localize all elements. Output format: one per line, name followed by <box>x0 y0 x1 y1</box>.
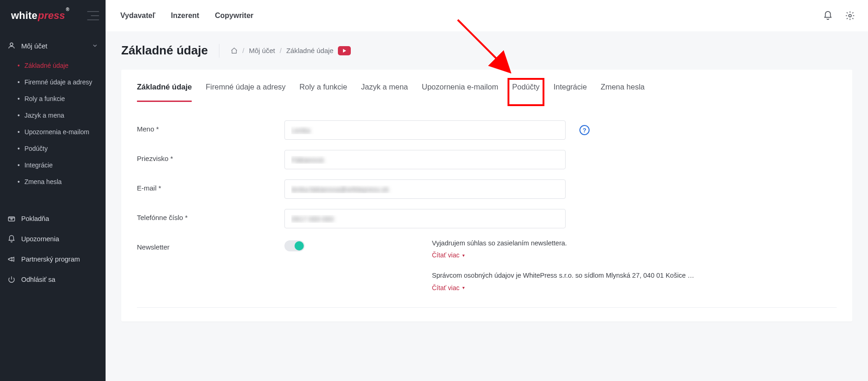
sidebar-item-account[interactable]: Môj účet <box>0 36 106 55</box>
sidebar-secondary: Pokladňa Upozornenia Partnerský program … <box>0 208 106 290</box>
content-tabs: Základné údaje Firemné údaje a adresy Ro… <box>121 70 852 102</box>
tab-password[interactable]: Zmena hesla <box>601 83 644 101</box>
sidebar-sub-password[interactable]: •Zmena hesla <box>0 173 106 190</box>
sidebar-secondary-label: Partnerský program <box>21 256 80 263</box>
main: Vydavateľ Inzerent Copywriter Základné ú… <box>106 0 868 381</box>
sidebar-sub-notifications[interactable]: •Upozornenia e-mailom <box>0 124 106 140</box>
brand-reg: ® <box>66 7 69 12</box>
wallet-icon <box>7 214 16 223</box>
input-email[interactable] <box>284 179 566 199</box>
top-tab-publisher[interactable]: Vydavateľ <box>120 12 155 20</box>
top-tab-advertiser[interactable]: Inzerent <box>171 12 199 20</box>
sidebar-account-label: Môj účet <box>21 42 47 50</box>
label-name: Meno * <box>137 120 284 133</box>
sidebar-sub-label: Zmena hesla <box>24 178 62 185</box>
row-email: E-mail * <box>137 179 837 199</box>
sidebar-primary: Môj účet •Základné údaje •Firemné údaje … <box>0 31 106 199</box>
user-icon <box>7 42 16 50</box>
label-newsletter: Newsletter <box>137 238 284 251</box>
sidebar-logout[interactable]: Odhlásiť sa <box>0 269 106 290</box>
breadcrumb-sep: / <box>280 47 282 54</box>
home-icon[interactable] <box>230 47 238 54</box>
power-icon <box>7 275 16 284</box>
newsletter-toggle[interactable] <box>284 240 305 251</box>
youtube-badge[interactable] <box>338 46 351 55</box>
row-name: Meno * ? <box>137 120 837 140</box>
sidebar-sub-locale[interactable]: •Jazyk a mena <box>0 107 106 124</box>
breadcrumb-level-2: Základné údaje <box>286 47 334 54</box>
form: Meno * ? Priezvisko * E-mail * <box>121 102 852 292</box>
caret-down-icon: ▾ <box>462 285 465 290</box>
sidebar-sub-label: Základné údaje <box>24 62 69 69</box>
help-icon[interactable]: ? <box>579 125 590 135</box>
tab-email-notify[interactable]: Upozornenia e-mailom <box>422 83 498 101</box>
sidebar-sub-integrations[interactable]: •Integrácie <box>0 157 106 173</box>
tab-basic[interactable]: Základné údaje <box>137 83 192 101</box>
row-surname: Priezvisko * <box>137 150 837 169</box>
breadcrumb-level-1[interactable]: Môj účet <box>249 47 275 54</box>
sidebar: whitepress® Môj účet •Základné údaje <box>0 0 106 381</box>
sidebar-sub-label: Roly a funkcie <box>24 95 65 102</box>
sidebar-secondary-label: Upozornenia <box>21 235 59 243</box>
row-phone: Telefónne číslo * <box>137 209 837 228</box>
sidebar-sub-label: Upozornenia e-mailom <box>24 128 89 136</box>
sidebar-secondary-label: Pokladňa <box>21 215 49 222</box>
row-newsletter: Newsletter Vyjadrujem súhlas so zasielan… <box>137 238 837 292</box>
menu-toggle-icon[interactable] <box>87 11 99 20</box>
chevron-down-icon <box>92 42 98 49</box>
sidebar-sub-label: Podúčty <box>24 145 48 152</box>
brand-row: whitepress® <box>0 0 106 31</box>
bell-icon <box>7 235 16 243</box>
sidebar-subnav: •Základné údaje •Firemné údaje a adresy … <box>0 55 106 196</box>
sidebar-sub-basic[interactable]: •Základné údaje <box>0 57 106 74</box>
read-more-1[interactable]: Čítať viac ▾ <box>432 251 713 259</box>
bell-icon[interactable] <box>823 11 833 21</box>
sidebar-wallet[interactable]: Pokladňa <box>0 208 106 229</box>
divider <box>137 307 837 308</box>
label-surname: Priezvisko * <box>137 150 284 162</box>
brand-white: white <box>11 10 37 22</box>
top-icons <box>823 11 855 21</box>
label-email: E-mail * <box>137 179 284 192</box>
page-title: Základné údaje <box>121 43 208 58</box>
tab-subaccounts[interactable]: Podúčty <box>512 83 540 101</box>
sidebar-sub-subaccounts[interactable]: •Podúčty <box>0 140 106 157</box>
top-tab-copywriter[interactable]: Copywriter <box>215 12 254 20</box>
page-header: Základné údaje / Môj účet / Základné úda… <box>106 31 868 70</box>
svg-rect-1 <box>8 217 15 221</box>
divider <box>219 44 219 58</box>
sidebar-sub-label: Integrácie <box>24 161 53 169</box>
sidebar-sub-company[interactable]: •Firemné údaje a adresy <box>0 74 106 90</box>
sidebar-secondary-label: Odhlásiť sa <box>21 276 55 283</box>
tab-locale[interactable]: Jazyk a mena <box>361 83 408 101</box>
input-name[interactable] <box>284 120 566 140</box>
svg-point-3 <box>849 14 851 17</box>
breadcrumb: / Môj účet / Základné údaje <box>230 46 351 55</box>
read-more-label: Čítať viac <box>432 251 460 259</box>
brand-logo[interactable]: whitepress® <box>11 10 68 22</box>
sidebar-notifications[interactable]: Upozornenia <box>0 229 106 249</box>
consent-block-2: Správcom osobných údajov je WhitePress s… <box>432 271 713 291</box>
svg-point-2 <box>11 218 12 220</box>
tab-company[interactable]: Firemné údaje a adresy <box>206 83 285 101</box>
consent-text-2: Správcom osobných údajov je WhitePress s… <box>432 271 713 280</box>
sidebar-partner[interactable]: Partnerský program <box>0 249 106 269</box>
megaphone-icon <box>7 255 16 263</box>
consent-text-1: Vyjadrujem súhlas so zasielaním newslett… <box>432 238 713 248</box>
tab-roles[interactable]: Roly a funkcie <box>300 83 348 101</box>
read-more-2[interactable]: Čítať viac ▾ <box>432 284 713 292</box>
tab-integrations[interactable]: Integrácie <box>554 83 587 101</box>
input-phone[interactable] <box>284 209 566 228</box>
sidebar-sub-label: Jazyk a mena <box>24 112 64 119</box>
input-surname[interactable] <box>284 150 566 169</box>
sidebar-sub-label: Firemné údaje a adresy <box>24 78 92 86</box>
read-more-label: Čítať viac <box>432 284 460 292</box>
gear-icon[interactable] <box>845 11 855 21</box>
caret-down-icon: ▾ <box>462 253 465 258</box>
topbar: Vydavateľ Inzerent Copywriter <box>106 0 868 31</box>
sidebar-sub-roles[interactable]: •Roly a funkcie <box>0 90 106 107</box>
brand-press: press <box>38 10 65 22</box>
content-card: Základné údaje Firemné údaje a adresy Ro… <box>121 70 852 321</box>
breadcrumb-sep: / <box>242 47 244 54</box>
consent-block-1: Vyjadrujem súhlas so zasielaním newslett… <box>432 238 713 259</box>
